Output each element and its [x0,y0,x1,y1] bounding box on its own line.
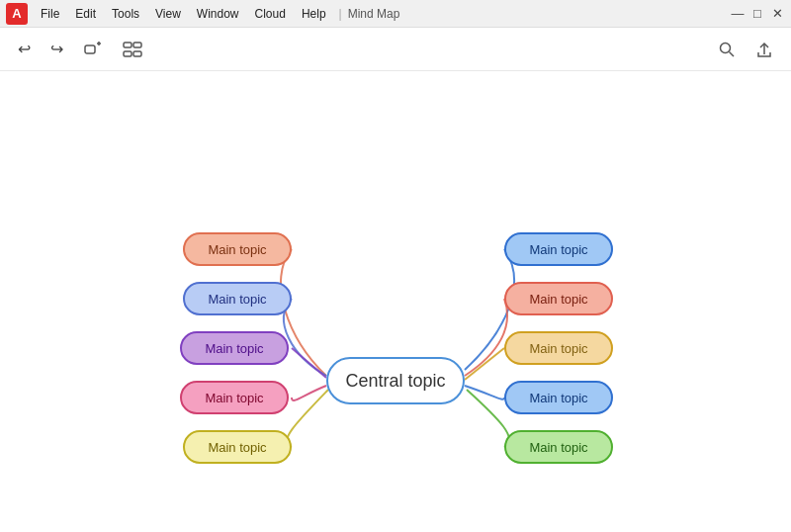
insert-button[interactable] [77,36,109,63]
menu-tools[interactable]: Tools [105,5,146,23]
minimize-button[interactable]: — [730,6,746,22]
left-topic-node-5[interactable]: Main topic [183,430,292,464]
right-topic-label-4: Main topic [529,391,587,405]
toolbar: ↩ ↪ [0,28,791,71]
search-icon [718,41,736,58]
left-topic-node-2[interactable]: Main topic [183,282,292,315]
logo-letter: A [12,6,21,21]
central-topic-label: Central topic [345,371,445,392]
menu-view[interactable]: View [148,5,188,23]
left-topic-label-1: Main topic [208,242,266,257]
right-topic-node-4[interactable]: Main topic [504,381,613,414]
left-topic-label-3: Main topic [205,341,263,356]
layout-icon [123,40,142,59]
right-topic-label-2: Main topic [529,292,587,307]
right-topic-node-3[interactable]: Main topic [504,331,613,365]
toolbar-right [712,37,779,62]
left-topic-label-2: Main topic [208,292,266,307]
menu-help[interactable]: Help [295,5,333,23]
menu-bar: File Edit Tools View Window Cloud Help |… [34,5,730,23]
central-topic-node[interactable]: Central topic [326,357,465,404]
doc-title: Mind Map [348,7,400,21]
svg-rect-6 [133,51,141,56]
right-topic-node-5[interactable]: Main topic [504,430,613,464]
canvas-area[interactable]: Central topic Main topic Main topic Main… [0,71,791,532]
right-topic-node-2[interactable]: Main topic [504,282,613,315]
title-bar: A File Edit Tools View Window Cloud Help… [0,0,791,28]
right-topic-label-3: Main topic [529,341,587,356]
mindmap-connections [0,71,791,532]
redo-button[interactable]: ↪ [44,36,69,62]
svg-rect-3 [124,43,132,47]
app-logo: A [6,3,28,25]
svg-rect-5 [124,51,132,56]
svg-point-7 [721,43,731,52]
insert-icon [83,40,103,59]
menu-window[interactable]: Window [190,5,246,23]
right-topic-label-5: Main topic [529,440,587,455]
search-button[interactable] [712,37,742,62]
share-icon [755,41,773,58]
menu-cloud[interactable]: Cloud [248,5,293,23]
left-topic-node-4[interactable]: Main topic [180,381,289,414]
maximize-button[interactable]: □ [749,6,765,22]
right-topic-node-1[interactable]: Main topic [504,232,613,266]
title-divider: | [339,7,342,21]
undo-button[interactable]: ↩ [12,36,37,62]
left-topic-node-3[interactable]: Main topic [180,331,289,365]
svg-rect-0 [85,45,95,53]
window-controls: — □ ✕ [730,6,785,22]
left-topic-label-4: Main topic [205,391,263,405]
menu-edit[interactable]: Edit [68,5,103,23]
share-button[interactable] [749,37,779,62]
close-button[interactable]: ✕ [769,6,785,22]
svg-rect-4 [133,43,141,47]
right-topic-label-1: Main topic [529,242,587,257]
left-topic-node-1[interactable]: Main topic [183,232,292,266]
menu-file[interactable]: File [34,5,66,23]
svg-line-8 [730,51,735,56]
left-topic-label-5: Main topic [208,440,266,455]
layout-button[interactable] [117,36,148,63]
